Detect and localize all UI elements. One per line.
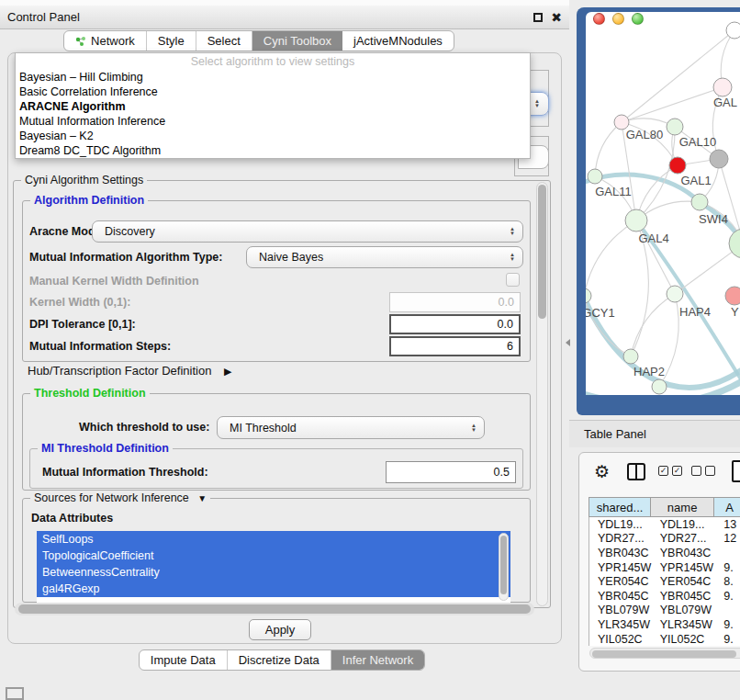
mac-close-button[interactable] xyxy=(593,13,605,25)
network-node-gal-partial[interactable] xyxy=(713,78,732,96)
table-row-6[interactable]: YBL079WYBL079W xyxy=(589,604,740,618)
algorithm-option-3[interactable]: Mutual Information Inference xyxy=(16,114,530,129)
mac-minimize-button[interactable] xyxy=(612,13,624,25)
mi-threshold-field[interactable]: 0.5 xyxy=(386,461,516,483)
table-row-7[interactable]: YLR345WYLR345W9. xyxy=(589,617,740,632)
table-cell: YER054C xyxy=(652,575,716,588)
table-toolbar: ⚙ ✓✓ xyxy=(579,460,740,488)
network-label-GAL10: GAL10 xyxy=(679,135,716,149)
column-header-0[interactable]: shared... xyxy=(589,498,651,516)
tab-discretize-data[interactable]: Discretize Data xyxy=(228,650,331,670)
tab-label: jActiveMNodules xyxy=(353,34,443,48)
attributes-scrollbar-thumb[interactable] xyxy=(500,536,507,594)
aracne-mode-combo[interactable]: Discovery ▲▼ xyxy=(92,220,523,243)
minimized-panel-icon[interactable] xyxy=(6,687,24,700)
mi-steps-field[interactable]: 6 xyxy=(389,336,521,356)
data-attributes-list[interactable]: SelfLoopsTopologicalCoefficientBetweenne… xyxy=(37,531,510,603)
manual-kernel-checkbox[interactable] xyxy=(506,273,520,287)
attributes-scrollbar-track[interactable] xyxy=(499,533,509,601)
network-node-SWI4-node[interactable] xyxy=(729,229,740,258)
settings-scrollbar-thumb[interactable] xyxy=(538,185,546,319)
which-threshold-combo[interactable]: MI Threshold ▲▼ xyxy=(217,416,485,439)
network-node-GAL11[interactable] xyxy=(588,169,602,184)
network-node-node-bottom[interactable] xyxy=(652,379,667,394)
kernel-width-field[interactable]: 0.0 xyxy=(389,292,521,312)
tab-jactivemnodules[interactable]: jActiveMNodules xyxy=(342,31,454,51)
attribute-item-BetweennessCentrality[interactable]: BetweennessCentrality xyxy=(37,564,510,581)
network-node-node-salmon[interactable] xyxy=(725,287,740,305)
algorithm-option-0[interactable]: Bayesian – Hill Climbing xyxy=(16,70,530,85)
split-columns-icon[interactable] xyxy=(627,463,645,480)
panel-collapse-arrow-icon[interactable] xyxy=(566,339,570,346)
sources-legend[interactable]: Sources for Network Inference ▼ xyxy=(30,491,210,504)
float-window-icon[interactable] xyxy=(533,13,543,22)
attribute-item-SelfLoops[interactable]: SelfLoops xyxy=(37,531,510,548)
deselect-all-icon[interactable] xyxy=(691,466,715,476)
mi-steps-label: Mutual Information Steps: xyxy=(29,339,171,354)
table-row-2[interactable]: YBR043CYBR043C xyxy=(589,546,740,560)
mi-type-value: Naive Bayes xyxy=(259,251,323,264)
network-node-GAL4[interactable] xyxy=(625,209,647,231)
algorithm-option-2[interactable]: ARACNE Algorithm xyxy=(16,99,530,114)
table-row-8[interactable]: YIL052CYIL052C9. xyxy=(589,632,740,646)
settings-scrollbar-track[interactable] xyxy=(536,182,548,606)
threshold-definition-legend: Threshold Definition xyxy=(30,387,150,400)
table-panel-header: Table Panel xyxy=(569,420,740,447)
table-row-5[interactable]: YBR045CYBR045C9. xyxy=(589,589,740,604)
apply-button[interactable]: Apply xyxy=(249,619,311,640)
tab-cyni-toolbox[interactable]: Cyni Toolbox xyxy=(252,31,342,51)
network-node-GAL10[interactable] xyxy=(667,119,683,135)
table-row-3[interactable]: YPR145WYPR145W9. xyxy=(589,560,740,575)
network-node-HAP2[interactable] xyxy=(623,349,638,364)
network-node-GCY1[interactable] xyxy=(586,288,591,303)
column-header-2[interactable]: A xyxy=(714,498,740,516)
aracne-mode-value: Discovery xyxy=(105,225,155,238)
tab-infer-network[interactable]: Infer Network xyxy=(331,650,424,670)
table-row-0[interactable]: YDL19...YDL19...13 xyxy=(589,517,740,532)
hub-definition-toggle[interactable]: Hub/Transcription Factor Definition ▶ xyxy=(28,364,231,378)
settings-hscrollbar-thumb[interactable] xyxy=(18,604,531,614)
network-node-node-top[interactable] xyxy=(726,22,740,39)
network-node-node-gray[interactable] xyxy=(710,150,728,168)
network-graph[interactable]: GALGAL80GAL10GAL1GAL11SWI4GAL4GCY1HAP4YH… xyxy=(586,12,740,395)
tab-style[interactable]: Style xyxy=(147,31,196,51)
table-cell: 9. xyxy=(715,618,740,631)
algorithm-option-1[interactable]: Basic Correlation Inference xyxy=(16,85,530,99)
network-label-node-salmon: Y xyxy=(731,305,739,319)
table-hscrollbar-track[interactable] xyxy=(589,648,740,659)
table-hscrollbar-thumb[interactable] xyxy=(592,650,736,658)
table-cell: YBL079W xyxy=(589,604,652,616)
settings-gear-icon[interactable]: ⚙ xyxy=(594,461,610,482)
tab-impute-data[interactable]: Impute Data xyxy=(140,650,228,670)
network-node-HAP4[interactable] xyxy=(667,286,683,302)
algorithm-dropdown-popup: Select algorithm to view settings Bayesi… xyxy=(15,52,531,159)
table-cell: YER054C xyxy=(589,575,652,588)
table-row-1[interactable]: YDR27...YDR27...12 xyxy=(589,532,740,547)
select-all-icon[interactable]: ✓✓ xyxy=(658,466,682,476)
algorithm-option-5[interactable]: Dream8 DC_TDC Algorithm xyxy=(16,143,530,158)
data-attributes-label: Data Attributes xyxy=(31,511,113,525)
network-node-node-red[interactable] xyxy=(669,157,686,174)
table-row-4[interactable]: YER054CYER054C8. xyxy=(589,574,740,589)
column-header-1[interactable]: name xyxy=(651,498,714,516)
edge-HAP4-HAP2 xyxy=(631,294,675,356)
attribute-item-TopologicalCoefficient[interactable]: TopologicalCoefficient xyxy=(37,548,510,564)
attribute-item-gal4RGexp[interactable]: gal4RGexp xyxy=(37,581,510,597)
mi-type-combo[interactable]: Naive Bayes ▲▼ xyxy=(246,246,523,268)
network-label-HAP2: HAP2 xyxy=(633,365,665,378)
network-label-GCY1: GCY1 xyxy=(586,306,615,320)
partial-table-icon[interactable] xyxy=(732,460,740,482)
tab-select[interactable]: Select xyxy=(196,31,252,51)
close-icon[interactable]: ✖ xyxy=(551,13,562,22)
tab-network[interactable]: Network xyxy=(64,31,147,51)
mac-zoom-button[interactable] xyxy=(632,13,644,25)
mi-type-label: Mutual Information Algorithm Type: xyxy=(29,250,222,265)
settings-hscrollbar-track[interactable] xyxy=(15,603,534,615)
network-node-GAL1[interactable] xyxy=(691,194,708,210)
network-view-canvas[interactable]: GALGAL80GAL10GAL1GAL11SWI4GAL4GCY1HAP4YH… xyxy=(586,12,740,395)
dpi-tolerance-field[interactable]: 0.0 xyxy=(389,314,521,334)
table-cell: YBR045C xyxy=(589,590,652,603)
algorithm-option-4[interactable]: Bayesian – K2 xyxy=(16,129,530,143)
table-cell: 9. xyxy=(715,633,740,646)
apply-button-label: Apply xyxy=(265,623,296,637)
